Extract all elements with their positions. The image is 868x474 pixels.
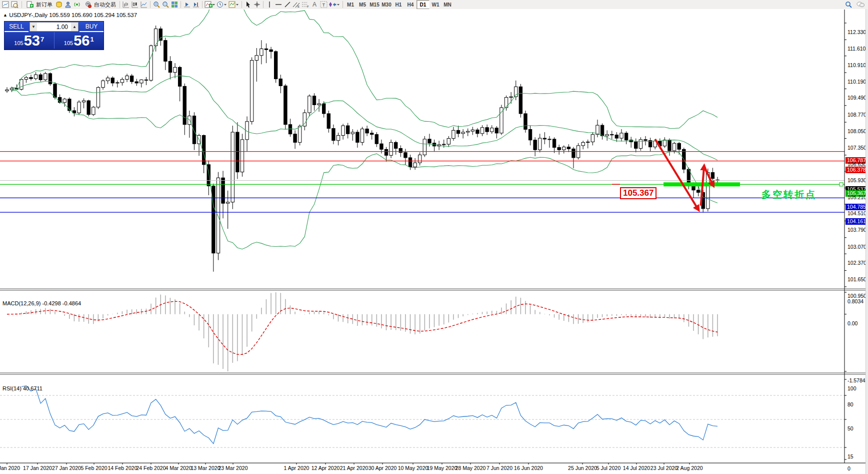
svg-text:T: T: [322, 3, 325, 8]
tf-h4-button[interactable]: H4: [404, 1, 416, 9]
buy-price-big: 56: [74, 34, 90, 48]
tf-d1-button[interactable]: D1: [416, 0, 430, 9]
buy-price[interactable]: 105 56 1: [54, 32, 104, 49]
sell-price-sup: 7: [40, 32, 44, 47]
auto-trading-button[interactable]: 自动交易: [82, 1, 118, 9]
line-handle[interactable]: [840, 183, 843, 186]
mt4-window: 新订单 自动交易 E F A T: [0, 0, 868, 474]
volume-down-button[interactable]: ▼: [30, 23, 37, 31]
macd-indicator: [7, 292, 718, 371]
channel-icon[interactable]: E: [292, 1, 301, 9]
tile-windows-icon[interactable]: [170, 1, 179, 9]
tf-m1-button[interactable]: M1: [344, 1, 356, 9]
volume-value[interactable]: 1.00: [37, 23, 71, 31]
buy-price-base: 105: [64, 38, 73, 48]
search-icon[interactable]: [844, 1, 853, 9]
text-icon[interactable]: A: [310, 1, 319, 9]
new-chart-icon[interactable]: [1, 1, 10, 9]
horizontal-line-icon[interactable]: [274, 1, 283, 9]
svg-text:F: F: [307, 5, 309, 8]
new-order-icon: [26, 1, 34, 9]
chart-symbol: USDJPY-,Daily: [9, 12, 48, 18]
chart-profiles-icon[interactable]: [10, 1, 19, 9]
bar-chart-mode-icon[interactable]: [122, 1, 130, 9]
templates-icon[interactable]: [228, 1, 240, 9]
signals-icon[interactable]: [72, 1, 82, 9]
tf-m5-button[interactable]: M5: [356, 1, 368, 9]
trendline-icon[interactable]: [283, 1, 292, 9]
vertical-line-icon[interactable]: [265, 1, 274, 9]
chart-area[interactable]: 106.787106.378105.537105.367104.785104.1…: [0, 9, 868, 474]
periods-icon[interactable]: [216, 1, 228, 9]
price-chart-canvas[interactable]: [0, 9, 868, 474]
chat-icon[interactable]: [856, 1, 865, 9]
crosshair-icon[interactable]: [252, 1, 262, 9]
one-click-trading-panel: SELL ▼ 1.00 ▲ BUY 105 53 7 105 56 1: [4, 21, 104, 50]
zoom-out-icon[interactable]: [161, 1, 170, 9]
chart-ohlc-title: ▲ USDJPY-,Daily 105.559 105.690 105.294 …: [3, 12, 137, 18]
rsi-line: [22, 386, 718, 444]
tf-mn-button[interactable]: MN: [442, 1, 454, 9]
chart-ohlc-values: 105.559 105.690 105.294 105.537: [49, 12, 137, 18]
zoom-in-icon[interactable]: [152, 1, 161, 9]
trend-arrow[interactable]: [655, 139, 698, 210]
tf-w1-button[interactable]: W1: [430, 1, 442, 9]
auto-trading-label: 自动交易: [94, 1, 116, 9]
buy-button[interactable]: BUY: [80, 22, 104, 32]
tf-h1-button[interactable]: H1: [392, 1, 404, 9]
contacts-icon[interactable]: [64, 1, 72, 9]
toolbar: 新订单 自动交易 E F A T: [0, 0, 868, 10]
text-label-icon[interactable]: T: [319, 1, 328, 9]
sell-price[interactable]: 105 53 7: [4, 32, 54, 49]
sell-button[interactable]: SELL: [4, 22, 28, 32]
indicators-icon[interactable]: [204, 1, 216, 9]
tf-m30-button[interactable]: M30: [380, 1, 392, 9]
sell-price-base: 105: [14, 38, 23, 48]
line-chart-mode-icon[interactable]: [140, 1, 148, 9]
bollinger-bands: [12, 9, 718, 249]
window-scroll-strip[interactable]: [866, 9, 868, 474]
auto-scroll-icon[interactable]: [182, 1, 192, 9]
sell-price-big: 53: [24, 34, 40, 48]
collapse-triangle-icon[interactable]: ▲: [3, 13, 8, 18]
new-order-button[interactable]: 新订单: [24, 1, 54, 9]
history-center-icon[interactable]: [54, 1, 64, 9]
buy-price-sup: 1: [90, 32, 94, 47]
tf-m15-button[interactable]: M15: [368, 1, 380, 9]
fibonacci-icon[interactable]: F: [301, 1, 310, 9]
chart-shift-icon[interactable]: [192, 1, 200, 9]
volume-stepper: ▼ 1.00 ▲: [30, 22, 78, 32]
auto-trading-icon: [84, 1, 92, 9]
candles: [6, 26, 719, 272]
new-order-label: 新订单: [36, 1, 52, 9]
svg-text:E: E: [298, 5, 300, 8]
cursor-icon[interactable]: [244, 1, 252, 9]
volume-up-button[interactable]: ▲: [71, 23, 78, 31]
candlestick-mode-icon[interactable]: [130, 1, 140, 9]
arrows-tool-icon[interactable]: [328, 1, 341, 9]
